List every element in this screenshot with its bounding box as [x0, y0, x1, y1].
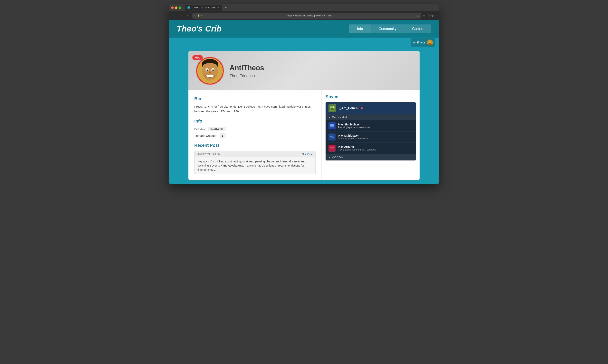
svg-rect-27 — [331, 127, 333, 127]
svg-point-1 — [429, 40, 431, 44]
nav-item-games[interactable]: Games — [404, 25, 431, 33]
steam-username: I_Am_Dench — [339, 106, 358, 110]
nav-item-community[interactable]: Community — [371, 25, 404, 33]
see-post-link[interactable]: See Post — [302, 153, 312, 156]
svg-point-24 — [334, 107, 334, 107]
tab-close-button[interactable]: × — [217, 6, 220, 9]
account-icon[interactable]: ◯ — [427, 14, 430, 17]
collapse-arrow-vvvvvv-icon: ▼ — [328, 156, 330, 158]
address-security-icons: 🛡 🔒 ⊕ — [194, 14, 203, 17]
svg-point-6 — [203, 63, 217, 71]
profile-realname: Theo Friedrich — [230, 74, 264, 78]
achievement-around-text: Play Around Play a gamemode that isn't s… — [338, 145, 376, 151]
site-logo[interactable]: Theo's Crib — [177, 24, 349, 33]
avatar-image — [197, 58, 223, 84]
achievement-around: Play Around Play a gamemode that isn't s… — [325, 143, 416, 154]
lock-icon: 🔒 — [197, 14, 200, 17]
site-navigation: Info Community Games — [349, 25, 431, 33]
tab-title: Theo's Crib - AntiTheos — [191, 6, 216, 9]
achievement-singleplayer-desc: Play singleplayer at least once — [338, 126, 370, 129]
profile-card: Mod — [189, 51, 419, 180]
post-timestamp: 02/13/2024 5:20 PM — [197, 153, 220, 156]
pocket-icon[interactable]: ▱ — [423, 14, 425, 17]
logged-in-username: AntiTheos — [413, 41, 425, 44]
website-content: Theo's Crib Info Community Games AntiThe… — [169, 20, 439, 184]
threads-value: 1 — [220, 133, 226, 138]
forward-button[interactable]: → — [178, 13, 184, 18]
svg-point-23 — [331, 107, 332, 107]
svg-point-13 — [209, 72, 211, 74]
svg-point-11 — [207, 69, 208, 70]
maximize-button[interactable] — [179, 6, 181, 9]
nav-item-info[interactable]: Info — [349, 25, 371, 33]
steam-section: Steam — [325, 94, 416, 160]
minimize-button[interactable] — [175, 6, 177, 9]
tab-bar: TC Theo's Crib - AntiTheos × + ⌄ — [185, 5, 437, 11]
new-tab-button[interactable]: + — [223, 5, 228, 10]
recent-post-title: Recent Post — [194, 143, 316, 148]
achievement-monitor-icon — [328, 122, 336, 129]
profile-banner: Mod — [189, 51, 419, 91]
achievement-singleplayer: Play Singleplayer Play singleplayer at l… — [325, 120, 416, 131]
steam-user-avatar — [328, 104, 336, 112]
bookmark-star-icon[interactable]: ☆ — [417, 14, 419, 17]
birthday-row: Birthday: 07/31/2002 — [194, 127, 316, 131]
svg-rect-37 — [333, 147, 334, 148]
tracking-icon: ⊕ — [201, 14, 203, 17]
steam-game-garrysmod: ▼ Garry's Mod — [325, 114, 416, 154]
steam-card: I_Am_Dench ▼ Garry's Mod — [325, 102, 416, 160]
svg-point-12 — [213, 69, 214, 70]
refresh-button[interactable]: ↻ — [185, 13, 191, 18]
post-text-bold: FTB: Revelations — [221, 164, 243, 167]
achievement-multi-icon — [328, 133, 336, 141]
menu-icon[interactable]: ≡ — [435, 14, 437, 17]
achievement-around-name: Play Around — [338, 145, 376, 148]
achievement-singleplayer-text: Play Singleplayer Play singleplayer at l… — [338, 123, 370, 129]
title-bar: TC Theo's Crib - AntiTheos × + ⌄ — [169, 4, 439, 11]
svg-rect-28 — [331, 127, 333, 128]
garrysmod-header[interactable]: ▼ Garry's Mod — [325, 114, 416, 120]
collapse-arrow-icon: ▼ — [328, 116, 330, 118]
back-button[interactable]: ← — [171, 13, 177, 18]
svg-point-25 — [331, 108, 334, 110]
info-title: Info — [194, 118, 316, 124]
svg-rect-35 — [330, 147, 331, 148]
browser-window: TC Theo's Crib - AntiTheos × + ⌄ ← → ↻ 🛡… — [169, 4, 439, 184]
bio-title: Bio — [194, 96, 316, 101]
svg-rect-29 — [330, 124, 334, 126]
forward-icon: → — [180, 14, 182, 17]
close-button[interactable] — [171, 6, 174, 9]
address-bar[interactable]: 🛡 🔒 ⊕ https://www.theoscrib.net/profile/… — [192, 13, 421, 19]
steam-title: Steam — [325, 94, 416, 99]
threads-row: Threads Created: 1 — [194, 133, 316, 138]
user-bar: AntiTheos — [169, 38, 439, 47]
steam-user-row: I_Am_Dench — [325, 102, 416, 114]
active-tab[interactable]: TC Theo's Crib - AntiTheos × — [185, 5, 222, 11]
profile-avatar — [196, 57, 224, 85]
svg-rect-33 — [332, 137, 334, 138]
svg-point-10 — [212, 69, 214, 71]
tab-chevron-icon[interactable]: ⌄ — [435, 6, 437, 9]
profile-left-column: Bio Press ALT+F4 for free diamonds! Don'… — [189, 91, 322, 180]
svg-point-9 — [206, 69, 208, 71]
achievement-multiplayer-desc: Play multiplayer at least once — [338, 137, 368, 140]
birthday-value: 07/31/2002 — [208, 127, 226, 131]
refresh-icon: ↻ — [187, 14, 189, 17]
url-display[interactable]: https://www.theoscrib.net/profile/AntiTh… — [204, 14, 416, 17]
profile-info: AntiTheos Theo Friedrich — [230, 64, 264, 78]
recent-post-content: Hey guys, I'm thinking about retiring, o… — [194, 157, 315, 174]
shield-icon: 🛡 — [194, 14, 196, 17]
extensions-icon[interactable]: ✥ — [431, 14, 434, 17]
site-header: Theo's Crib Info Community Games — [169, 20, 439, 38]
threads-label: Threads Created: — [194, 134, 217, 137]
achievement-singleplayer-name: Play Singleplayer — [338, 123, 370, 126]
profile-avatar-container — [196, 57, 224, 85]
vvvvvv-title: VVVVVV — [332, 156, 343, 159]
profile-username: AntiTheos — [230, 64, 264, 72]
garrysmod-title: Garry's Mod — [332, 116, 347, 119]
logged-in-user[interactable]: AntiTheos — [411, 38, 435, 47]
vvvvvv-header[interactable]: ▼ VVVVVV — [325, 154, 416, 160]
user-avatar-small — [427, 39, 433, 45]
online-status-dot — [361, 107, 363, 109]
bio-text: Press ALT+F4 for free diamonds! Don't be… — [194, 104, 316, 114]
